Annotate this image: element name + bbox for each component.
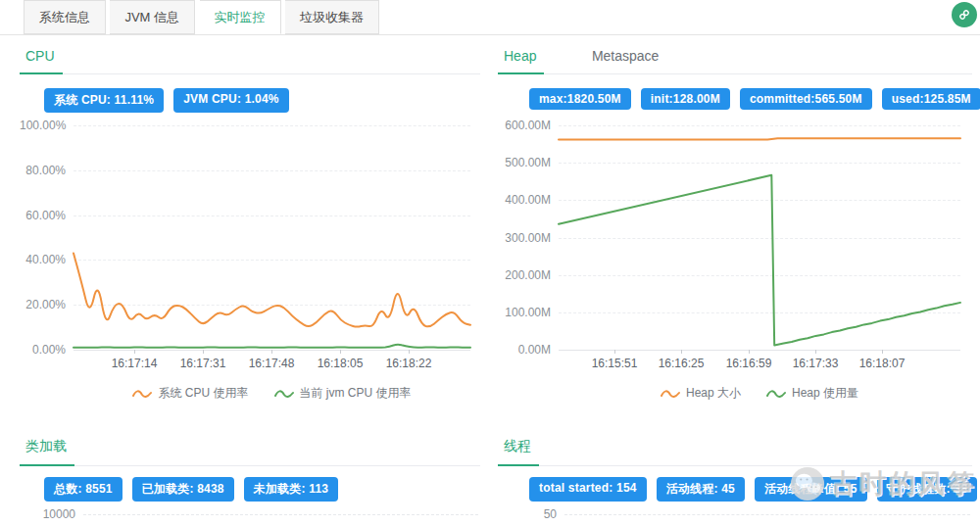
heap-used-badge: used:125.85M xyxy=(882,88,980,110)
classload-chart: 10000 xyxy=(20,503,480,526)
x-axis-tick xyxy=(614,350,615,354)
thread-total-started-badge: total started: 154 xyxy=(529,477,647,502)
x-axis-tick xyxy=(340,350,341,354)
y-axis-label: 80.00% xyxy=(20,164,66,177)
y-axis-label: 20.00% xyxy=(20,298,66,311)
y-axis-label: 0.00% xyxy=(20,343,66,357)
y-axis-label: 200.00M xyxy=(498,268,551,282)
x-axis-tick xyxy=(815,350,816,354)
line-legend-icon xyxy=(274,389,294,399)
legend-item[interactable]: 当前 jvm CPU 使用率 xyxy=(274,385,412,402)
y-axis-label: 60.00% xyxy=(20,209,66,222)
x-axis-label: 16:18:07 xyxy=(838,357,926,370)
x-axis-tick xyxy=(681,350,682,354)
thread-peak-badge: 活动线程峰值: 55 xyxy=(755,477,867,502)
line-legend-icon xyxy=(132,389,152,399)
y-axis-label: 400.00M xyxy=(498,193,551,207)
thread-stats: total started: 154 活动线程: 45 活动线程峰值: 55 守… xyxy=(529,477,977,502)
series-line-1 xyxy=(74,345,470,348)
system-cpu-badge: 系统 CPU: 11.11% xyxy=(44,88,164,113)
x-axis-tick xyxy=(882,350,883,354)
link-icon xyxy=(956,7,972,23)
line-legend-icon xyxy=(661,389,680,399)
thread-chart: 50 xyxy=(498,503,972,526)
legend-item[interactable]: Heap 使用量 xyxy=(766,385,858,402)
cpu-stats: 系统 CPU: 11.11% JVM CPU: 1.04% xyxy=(44,88,289,113)
heap-chart: 0.00M100.00M200.00M300.00M400.00M500.00M… xyxy=(498,120,972,413)
gridline xyxy=(83,514,478,515)
class-total-badge: 总数: 8551 xyxy=(44,477,122,502)
tab-heap[interactable]: Heap xyxy=(498,48,544,73)
thread-panel-title: 线程 xyxy=(498,438,539,465)
gridline xyxy=(564,514,970,515)
cpu-chart: 0.00%20.00%40.00%60.00%80.00%100.00%16:1… xyxy=(20,120,480,413)
heap-max-badge: max:1820.50M xyxy=(529,88,631,110)
cpu-panel-title: CPU xyxy=(20,48,63,73)
x-axis-tick xyxy=(749,350,750,354)
legend-item[interactable]: 系统 CPU 使用率 xyxy=(132,385,248,402)
y-axis-label: 0.00M xyxy=(498,343,551,357)
class-loaded-badge: 已加载类: 8438 xyxy=(132,477,234,502)
thread-daemon-badge: 守护线程数: 38 xyxy=(877,477,977,502)
jvm-cpu-badge: JVM CPU: 1.04% xyxy=(173,88,289,113)
link-button[interactable] xyxy=(952,2,977,27)
series-line-0 xyxy=(74,254,470,327)
classload-panel-header: 类加载 xyxy=(20,437,480,466)
heap-plot-area xyxy=(559,125,960,350)
heap-stats: max:1820.50M init:128.00M committed:565.… xyxy=(529,88,980,110)
tab-jvm-info[interactable]: JVM 信息 xyxy=(110,0,195,34)
y-axis-label: 100.00M xyxy=(498,306,551,319)
tab-metaspace[interactable]: Metaspace xyxy=(586,48,666,73)
x-axis-tick xyxy=(409,350,410,354)
series-line-1 xyxy=(559,175,960,346)
x-axis-tick xyxy=(203,350,204,354)
cpu-panel-header: CPU xyxy=(20,47,480,74)
y-axis-label: 600.00M xyxy=(498,119,551,132)
y-axis-label: 40.00% xyxy=(20,253,66,266)
x-axis-tick xyxy=(271,350,272,354)
heap-init-badge: init:128.00M xyxy=(641,88,730,110)
line-legend-icon xyxy=(766,389,786,399)
y-axis-label: 10000 xyxy=(20,507,75,521)
thread-active-badge: 活动线程: 45 xyxy=(657,477,745,502)
legend-item[interactable]: Heap 大小 xyxy=(661,385,741,402)
y-axis-label: 100.00% xyxy=(20,119,66,132)
thread-panel-header: 线程 xyxy=(498,437,972,466)
class-unloaded-badge: 未加载类: 113 xyxy=(244,477,339,502)
x-axis-label: 16:18:22 xyxy=(365,357,453,370)
memory-panel-header: Heap Metaspace xyxy=(498,47,972,74)
main-tab-bar: 系统信息 JVM 信息 实时监控 垃圾收集器 xyxy=(0,0,980,35)
chart-legend: 系统 CPU 使用率当前 jvm CPU 使用率 xyxy=(74,385,470,402)
heap-committed-badge: committed:565.50M xyxy=(740,88,872,110)
x-axis-tick xyxy=(134,350,135,354)
tab-system-info[interactable]: 系统信息 xyxy=(24,0,106,34)
y-axis-label: 50 xyxy=(498,507,557,521)
tab-garbage-collector[interactable]: 垃圾收集器 xyxy=(285,0,379,34)
tab-realtime-monitor[interactable]: 实时监控 xyxy=(200,0,281,34)
cpu-plot-area xyxy=(74,125,470,350)
chart-legend: Heap 大小Heap 使用量 xyxy=(559,385,960,402)
y-axis-label: 500.00M xyxy=(498,156,551,169)
classload-panel-title: 类加载 xyxy=(20,438,74,465)
series-line-0 xyxy=(559,138,960,139)
classload-stats: 总数: 8551 已加载类: 8438 未加载类: 113 xyxy=(44,477,338,502)
y-axis-label: 300.00M xyxy=(498,231,551,245)
gridline xyxy=(559,350,960,351)
